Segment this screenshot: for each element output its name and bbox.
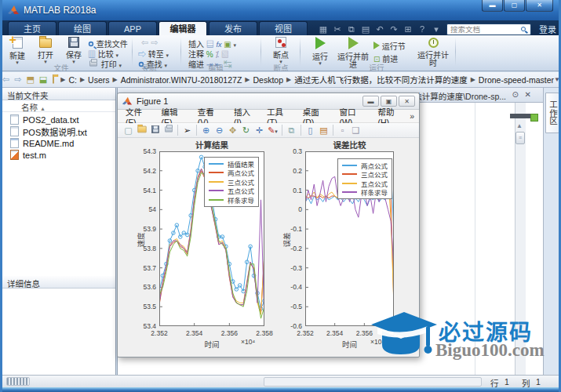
quick-dropdown-icon[interactable]: ▾: [431, 24, 442, 34]
result-chart-xtick: 2.354: [180, 329, 209, 337]
insert-legend-icon[interactable]: ▤: [317, 125, 330, 136]
tab-view[interactable]: 视图: [259, 21, 308, 35]
result-chart-ytick: 53.7: [133, 264, 156, 272]
tab-publish[interactable]: 发布: [209, 21, 257, 35]
error-chart-title: 误差比较: [305, 139, 394, 151]
data-cursor-icon[interactable]: ✛: [253, 125, 266, 136]
result-chart-ylabel: 速度: [135, 223, 146, 257]
pan-tool-icon[interactable]: ✥: [226, 125, 239, 136]
insert-colorbar-icon[interactable]: ▯: [304, 125, 317, 136]
tab-home[interactable]: 主页: [8, 21, 56, 35]
login-link[interactable]: 登录: [539, 23, 556, 35]
result-chart-ytick: 54: [133, 205, 156, 213]
quick-window-icon[interactable]: ⊞: [403, 24, 413, 34]
error-chart-legend[interactable]: 两点公式三点公式五点公式样条求导: [337, 158, 392, 199]
open-button[interactable]: 打开▾: [33, 37, 58, 64]
editor-tab-close-icon[interactable]: ✕: [525, 90, 531, 99]
file-row-readme-md[interactable]: README.md: [2, 137, 115, 149]
breadcrumb-segment[interactable]: Desktop: [253, 75, 283, 85]
name-column-header[interactable]: 名称 ▲: [2, 100, 115, 112]
nav-up-icon[interactable]: ⬒: [26, 74, 34, 85]
editor-tab-menu-icon[interactable]: ⊙: [512, 90, 519, 99]
brush-tool-icon[interactable]: ✎▾: [266, 125, 279, 136]
search-placeholder: 搜索文档: [450, 25, 480, 34]
file-row-test-m[interactable]: test.m: [2, 149, 115, 161]
error-chart-ytick: 0.2: [279, 167, 302, 175]
text-file-icon: [10, 126, 19, 136]
scroll-up-icon[interactable]: ▲: [516, 122, 523, 129]
new-button[interactable]: 新建▾: [5, 37, 30, 65]
breadcrumb-segment[interactable]: Users: [88, 75, 109, 85]
run-time-button[interactable]: 运行并计时: [417, 37, 449, 67]
error-chart-ylabel: 误差: [281, 223, 292, 257]
show-plot-tools-icon[interactable]: ❑: [349, 125, 362, 136]
new-file-icon: [13, 37, 23, 49]
breadcrumb-segment[interactable]: C:: [68, 75, 77, 85]
quick-copy-icon[interactable]: ⧉: [346, 24, 357, 34]
details-panel: 详细信息 选择文件以查看详细信息: [2, 276, 115, 289]
group-label-run: 运行: [353, 62, 400, 73]
run-time-icon: [428, 38, 439, 48]
print-figure-icon[interactable]: [162, 125, 175, 135]
menu-overflow-icon[interactable]: »: [410, 111, 419, 121]
minimize-button[interactable]: ▬: [482, 0, 503, 12]
legend-line-sample: [209, 163, 224, 165]
link-plot-icon[interactable]: ⧉: [285, 125, 298, 136]
result-chart-ytick: 53.5: [133, 303, 156, 310]
breakpoints-icon: [275, 37, 286, 48]
window-bottom-border: [0, 387, 561, 392]
run-button[interactable]: 运行▾: [308, 37, 333, 66]
figure-toolbar: ▢ ➢ ⊕ ⊖ ✥ ↻ ✛ ✎▾ ⧉ ▯ ▤ ▫ ❑: [118, 123, 419, 138]
address-dropdown-icon[interactable]: ▼: [554, 76, 560, 83]
legend-line-sample: [209, 181, 224, 183]
zoom-in-icon[interactable]: ⊕: [199, 125, 213, 136]
workspace-tab[interactable]: 工作区: [545, 93, 560, 133]
file-row-pos2-data[interactable]: POS2_data.txt: [2, 114, 115, 125]
statusbar-message-field: [264, 377, 482, 387]
quick-paste-icon[interactable]: ▤: [360, 24, 371, 34]
save-figure-icon[interactable]: [148, 124, 162, 136]
tab-editor[interactable]: 编辑器: [158, 21, 207, 35]
tab-apps[interactable]: APP: [108, 21, 157, 35]
open-folder-icon: [39, 38, 52, 48]
breadcrumb-segment[interactable]: Administrator.WIN7U-20180127Z: [121, 75, 242, 85]
quick-undo-icon[interactable]: ↶: [374, 24, 385, 34]
breakpoints-button[interactable]: 断点▾: [268, 37, 293, 64]
hide-plot-tools-icon[interactable]: ▫: [336, 125, 349, 135]
quick-cut-icon[interactable]: ✂: [332, 24, 343, 34]
pointer-tool-icon[interactable]: ➢: [180, 125, 194, 136]
nav-browse-icon[interactable]: ⬓: [39, 74, 47, 85]
statusbar-layout-button[interactable]: [6, 377, 30, 386]
quick-save-icon[interactable]: ▦: [318, 24, 329, 34]
back-forward-icons[interactable]: ⇦ ⇨: [141, 38, 158, 48]
legend-label: 五点公式: [361, 179, 388, 188]
maximize-button[interactable]: ▢: [504, 0, 525, 12]
new-figure-icon[interactable]: ▢: [122, 125, 135, 136]
tab-plots[interactable]: 绘图: [58, 21, 107, 35]
quick-help-icon[interactable]: ?: [417, 24, 428, 34]
quick-redo-icon[interactable]: ↷: [388, 24, 399, 34]
breadcrumb-segment[interactable]: Drone-speed-master: [479, 75, 554, 85]
rotate3d-icon[interactable]: ↻: [239, 125, 253, 136]
editor-message-bar: [510, 114, 531, 118]
breadcrumb-segment[interactable]: 通过无人机飞行数据，比较不同方法计算的速度: [294, 74, 468, 85]
save-button[interactable]: 保存▾: [61, 37, 86, 64]
open-file-icon[interactable]: [135, 125, 148, 136]
result-chart-legend[interactable]: 插值结果两点公式三点公式五点公式样条求导: [204, 157, 259, 207]
nav-forward-icon[interactable]: ⇨: [14, 74, 21, 85]
close-button[interactable]: ✕: [526, 0, 553, 12]
doc-search-input[interactable]: 搜索文档: [446, 24, 531, 35]
scrollbar-thumb[interactable]: ≡: [515, 132, 525, 144]
nav-back-icon[interactable]: ⇦: [2, 74, 9, 85]
run-section-button[interactable]: 运行节: [373, 40, 406, 52]
zoom-out-icon[interactable]: ⊖: [213, 125, 226, 136]
legend-line-sample: [342, 165, 357, 166]
file-row-pos-readme[interactable]: POS数据说明.txt: [2, 125, 115, 137]
legend-label: 插值结果: [228, 159, 254, 169]
group-label-break: 断点: [257, 62, 304, 73]
group-label-nav: 导航: [126, 62, 173, 73]
search-icon[interactable]: [521, 27, 526, 31]
print-button[interactable]: 打印 ▾: [88, 58, 122, 70]
matlab-logo-icon: [7, 4, 20, 16]
app-title: MATLAB R2018a: [24, 5, 97, 16]
